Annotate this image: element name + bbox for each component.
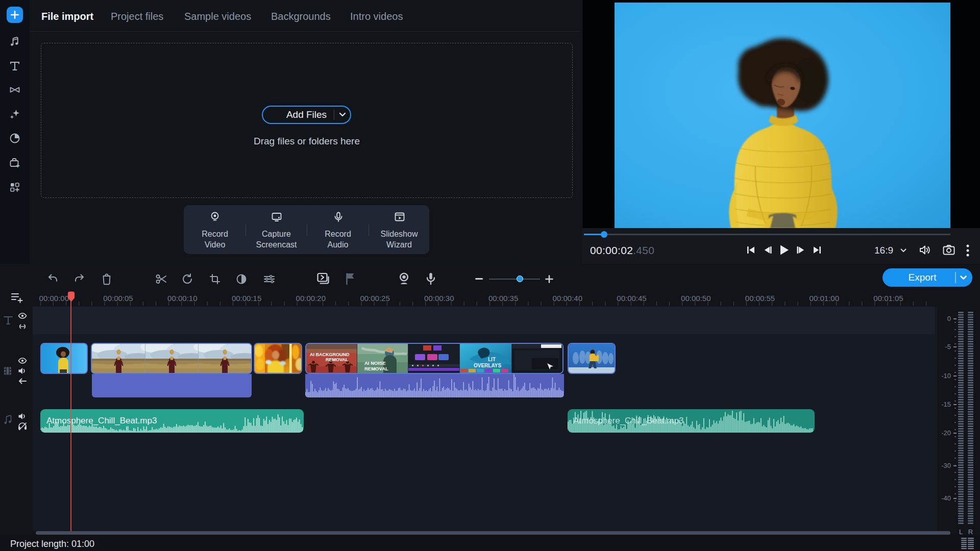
svg-text:LIT: LIT: [488, 357, 496, 362]
svg-text:AI NOISE: AI NOISE: [364, 360, 386, 366]
svg-text:REMOVAL: REMOVAL: [364, 366, 388, 371]
svg-text:OVERLAYS: OVERLAYS: [474, 363, 501, 368]
svg-text:AI BACKGROUND: AI BACKGROUND: [310, 352, 350, 357]
svg-text:REMOVAL: REMOVAL: [326, 357, 349, 362]
